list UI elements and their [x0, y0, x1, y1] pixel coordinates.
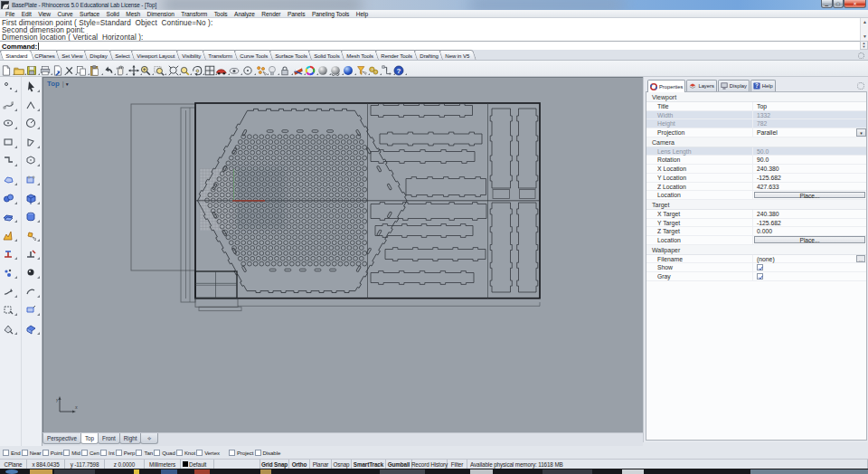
- svg-text:?: ?: [397, 66, 401, 74]
- svg-text:y: y: [56, 397, 59, 403]
- svg-text:x: x: [74, 404, 78, 410]
- svg-text:?: ?: [755, 82, 759, 89]
